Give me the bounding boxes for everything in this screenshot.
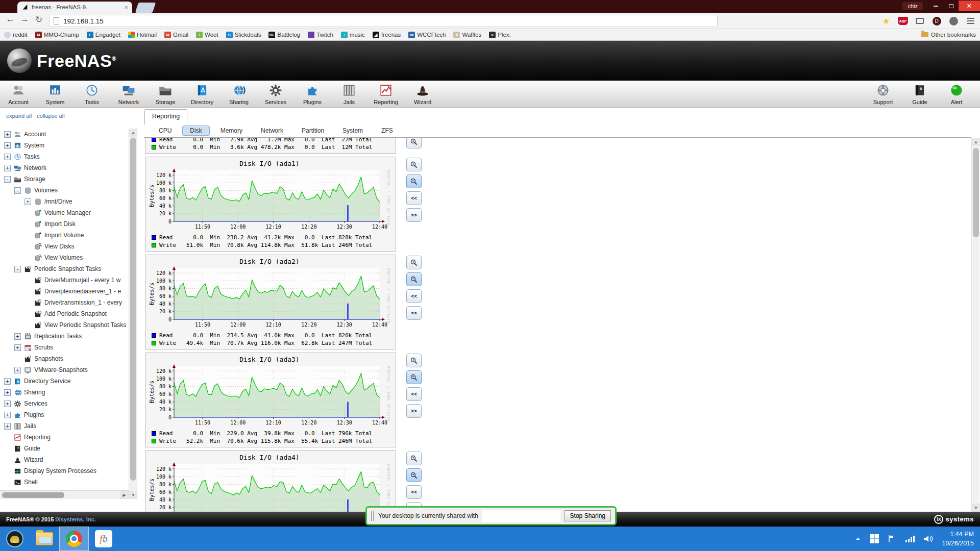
- bookmark-item[interactable]: SSlickdeals: [226, 32, 261, 38]
- sidebar-horizontal-scrollbar[interactable]: ▶: [0, 490, 129, 499]
- bookmark-item[interactable]: »Plex:: [489, 32, 511, 38]
- close-button[interactable]: ✕: [959, 1, 980, 11]
- tree-item-storage[interactable]: -Storage: [0, 173, 129, 185]
- scroll-right-icon[interactable]: ▶: [120, 491, 129, 499]
- tree-item-periodic-snapshot-tasks[interactable]: -Periodic Snapshot Tasks: [0, 263, 129, 274]
- bookmark-item[interactable]: EEngadget: [87, 32, 120, 38]
- nav-item-support[interactable]: Support: [865, 84, 901, 105]
- tree-item-add-periodic-snapshot[interactable]: Add Periodic Snapshot: [0, 308, 129, 319]
- tree-item-view-periodic-snapshot-tasks[interactable]: View Periodic Snapshot Tasks: [0, 319, 129, 331]
- scrollbar-thumb[interactable]: [2, 492, 64, 498]
- subtab-cpu[interactable]: CPU: [151, 126, 179, 136]
- expand-icon[interactable]: +: [4, 154, 11, 160]
- ixsystems-link[interactable]: iXsystems, Inc.: [55, 516, 96, 522]
- subtab-partition[interactable]: Partition: [294, 126, 332, 136]
- bookmark-item[interactable]: Hotmail: [128, 32, 157, 38]
- tree-item-plugins[interactable]: +Plugins: [0, 409, 129, 420]
- taskbar-clock[interactable]: 1:44 PM 10/26/2015: [942, 530, 974, 548]
- zoom-in-button[interactable]: [406, 354, 422, 367]
- bookmark-item[interactable]: WWCCFtech: [408, 32, 446, 38]
- nav-item-directory[interactable]: Directory: [184, 84, 220, 105]
- expand-all-link[interactable]: expand all: [6, 113, 32, 119]
- tree-item-wizard[interactable]: Wizard: [0, 454, 129, 465]
- expand-icon[interactable]: +: [24, 198, 31, 205]
- tree-item-services[interactable]: +Services: [0, 398, 129, 409]
- nav-item-account[interactable]: Account: [0, 84, 37, 105]
- nav-item-network[interactable]: Network: [110, 84, 147, 105]
- tree-item-system[interactable]: +System: [0, 140, 129, 151]
- bookmark-item[interactable]: BLBattlelog: [268, 32, 300, 38]
- bookmark-item[interactable]: reddit: [4, 32, 28, 38]
- shared-with-value[interactable]: [482, 510, 560, 522]
- bookmark-item[interactable]: ◢freenas: [373, 32, 401, 38]
- filebot-button[interactable]: fb: [89, 527, 118, 551]
- nav-item-alert[interactable]: Alert: [938, 84, 975, 105]
- scroll-left-button[interactable]: <<: [406, 485, 422, 499]
- tree-item-view-disks[interactable]: View Disks: [0, 241, 129, 252]
- windows-flag-icon[interactable]: [869, 534, 879, 544]
- scroll-left-button[interactable]: <<: [406, 289, 422, 303]
- scrollbar-thumb[interactable]: [973, 148, 979, 237]
- tree-item-display-system-processes[interactable]: Display System Processes: [0, 465, 129, 477]
- tree-item-drive-transmission-1-every[interactable]: Drive/transmission_1 - every: [0, 297, 129, 308]
- scroll-left-button[interactable]: <<: [406, 387, 422, 401]
- volume-icon[interactable]: [923, 535, 934, 543]
- tree-item--mnt-drive[interactable]: +/mnt/Drive: [0, 196, 129, 207]
- expand-icon[interactable]: +: [4, 412, 11, 418]
- tree-item-sharing[interactable]: +Sharing: [0, 387, 129, 398]
- network-signal-icon[interactable]: [905, 535, 915, 543]
- bookmark-item[interactable]: Twitch: [308, 32, 333, 38]
- expand-icon[interactable]: +: [14, 333, 21, 340]
- tab-reporting[interactable]: Reporting: [144, 109, 187, 124]
- scrollbar-thumb[interactable]: [130, 138, 136, 481]
- tree-item-replication-tasks[interactable]: +Replication Tasks: [0, 331, 129, 342]
- other-bookmarks-button[interactable]: Other bookmarks: [921, 32, 976, 38]
- url-bar[interactable]: 192.168.1.15: [49, 15, 718, 27]
- scroll-right-button[interactable]: >>: [406, 404, 422, 418]
- bookmark-item[interactable]: MGmail: [164, 32, 188, 38]
- subtab-disk[interactable]: Disk: [182, 126, 209, 136]
- minimize-button[interactable]: [928, 1, 943, 11]
- cast-screen-icon[interactable]: [914, 15, 925, 27]
- nav-item-reporting[interactable]: Reporting: [368, 84, 404, 105]
- scroll-up-icon[interactable]: ▲: [129, 129, 137, 137]
- d-badge-icon[interactable]: D: [931, 15, 942, 27]
- profile-dot-icon[interactable]: [948, 15, 959, 27]
- browser-tab[interactable]: freenas - FreeNAS-9. ×: [17, 2, 132, 13]
- page-vertical-scrollbar[interactable]: ▲ ▼: [971, 138, 979, 512]
- tree-item-volume-manager[interactable]: Volume Manager: [0, 207, 129, 218]
- tree-item-shell[interactable]: Shell: [0, 477, 129, 488]
- expand-icon[interactable]: +: [4, 165, 11, 171]
- maximize-button[interactable]: [943, 1, 959, 11]
- tree-item-drive-plexmediaserver-1-e[interactable]: Drive/plexmediaserver_1 - e: [0, 286, 129, 297]
- zoom-in-button[interactable]: [406, 452, 422, 465]
- expand-icon[interactable]: +: [4, 423, 11, 430]
- nav-item-jails[interactable]: Jails: [331, 84, 368, 105]
- tree-item-volumes[interactable]: -Volumes: [0, 185, 129, 196]
- tab-close-icon[interactable]: ×: [124, 4, 128, 11]
- tree-item-view-volumes[interactable]: View Volumes: [0, 252, 129, 263]
- zoom-out-button[interactable]: [406, 468, 422, 482]
- tree-item-drive-murmurjail-every-1-w[interactable]: Drive/Murmurjail - every 1 w: [0, 274, 129, 286]
- subtab-zfs[interactable]: ZFS: [374, 126, 401, 136]
- forward-button[interactable]: →: [18, 14, 31, 24]
- nav-item-storage[interactable]: Storage: [147, 84, 184, 105]
- expand-icon[interactable]: +: [4, 389, 11, 396]
- scroll-right-button[interactable]: >>: [406, 306, 422, 320]
- tree-item-snapshots[interactable]: Snapshots: [0, 353, 129, 364]
- tree-item-guide[interactable]: Guide: [0, 443, 129, 454]
- collapse-icon[interactable]: -: [14, 187, 21, 194]
- bookmark-item[interactable]: ♪music: [341, 32, 365, 38]
- subtab-memory[interactable]: Memory: [213, 126, 250, 136]
- zoom-out-button[interactable]: [406, 174, 422, 188]
- nav-item-plugins[interactable]: Plugins: [294, 84, 331, 105]
- zoom-in-button[interactable]: [406, 138, 422, 148]
- expand-icon[interactable]: +: [14, 367, 21, 373]
- nav-item-services[interactable]: Services: [257, 84, 294, 105]
- bookmark-item[interactable]: MMMO-Champ: [35, 32, 79, 38]
- expand-icon[interactable]: +: [4, 131, 11, 138]
- expand-icon[interactable]: +: [4, 142, 11, 149]
- expand-icon[interactable]: +: [14, 344, 21, 351]
- bookmark-item[interactable]: #Waffles: [453, 32, 481, 38]
- new-tab-button[interactable]: [135, 3, 156, 13]
